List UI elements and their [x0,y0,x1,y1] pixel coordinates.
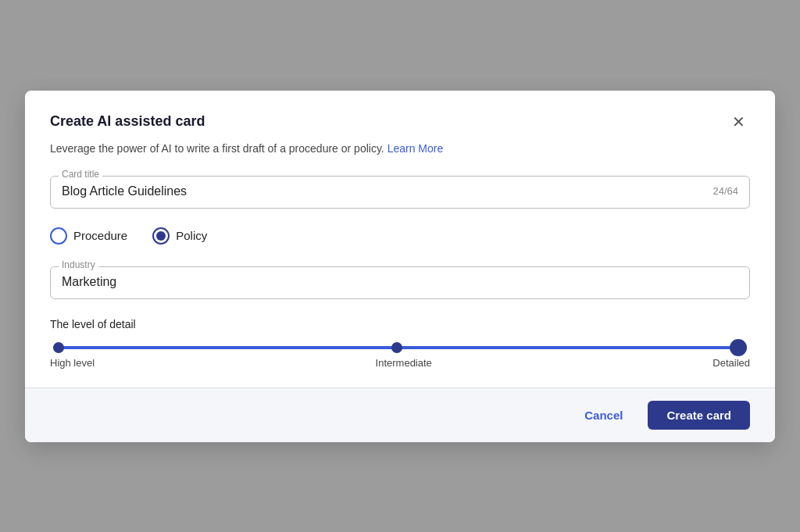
modal-footer: Cancel Create card [25,387,775,442]
detail-level-label: The level of detail [50,318,750,330]
policy-radio[interactable] [152,227,170,245]
slider-label-high: High level [50,357,95,369]
detail-level-section: The level of detail High level Intermedi… [50,318,750,369]
card-title-label: Card title [59,169,102,180]
card-type-radio-group: Procedure Policy [50,227,750,245]
policy-option[interactable]: Policy [152,227,207,245]
close-button[interactable]: ✕ [727,112,750,131]
slider-labels: High level Intermediate Detailed [50,357,750,369]
slider-container [50,346,750,349]
slider-dot-2 [730,339,747,356]
modal-body: Create AI assisted card ✕ Leverage the p… [25,91,775,387]
modal-overlay: Create AI assisted card ✕ Leverage the p… [0,0,800,532]
char-count: 24/64 [712,185,738,197]
procedure-radio[interactable] [50,227,67,245]
card-title-input[interactable] [62,184,712,198]
industry-field: Industry [50,266,750,299]
modal-dialog: Create AI assisted card ✕ Leverage the p… [25,91,775,442]
slider-label-intermediate: Intermediate [376,357,432,369]
slider-dot-0 [53,342,64,353]
slider-track [53,346,747,349]
procedure-label: Procedure [73,229,127,242]
slider-dot-1 [391,342,402,353]
procedure-option[interactable]: Procedure [50,227,127,245]
modal-title: Create AI assisted card [50,113,205,130]
card-title-field: Card title 24/64 [50,176,750,209]
industry-label: Industry [59,259,98,270]
slider-label-detailed: Detailed [712,357,750,369]
create-card-button[interactable]: Create card [648,401,750,430]
modal-subtitle: Leverage the power of AI to write a firs… [50,141,750,157]
industry-input[interactable] [62,275,738,289]
modal-header: Create AI assisted card ✕ [50,112,750,131]
learn-more-link[interactable]: Learn More [388,142,444,155]
policy-label: Policy [176,229,207,242]
slider-dots [53,339,747,356]
cancel-button[interactable]: Cancel [572,402,635,428]
